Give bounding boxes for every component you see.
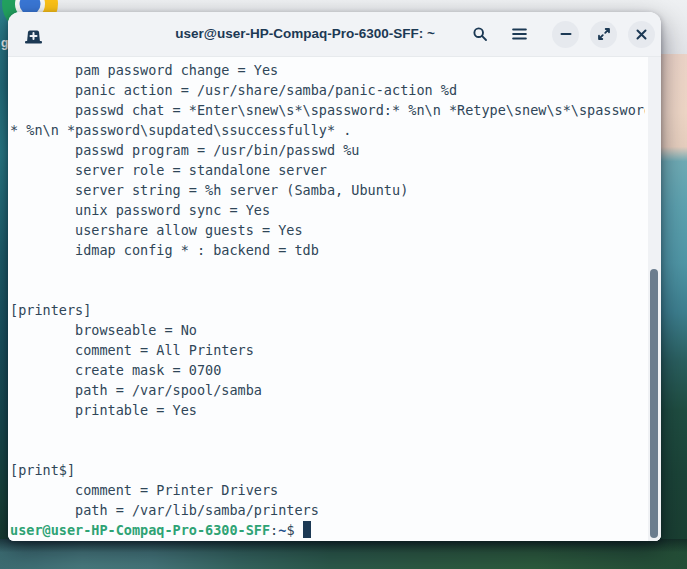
terminal-line: panic action = /usr/share/samba/panic-ac… [10, 80, 645, 100]
scrollbar-track[interactable] [648, 57, 661, 541]
prompt-symbol: $ [286, 522, 294, 538]
window-title: user@user-HP-Compaq-Pro-6300-SFF: ~ [128, 12, 482, 56]
shell-prompt-line: user@user-HP-Compaq-Pro-6300-SFF:~$ [10, 520, 645, 540]
terminal-line: printable = Yes [10, 400, 645, 420]
terminal-line: server string = %h server (Samba, Ubuntu… [10, 180, 645, 200]
header-controls [466, 12, 655, 56]
search-button[interactable] [466, 20, 494, 48]
terminal-line [10, 280, 645, 300]
wallpaper-bottom-strip [0, 539, 687, 569]
close-icon [636, 29, 647, 40]
terminal-line: idmap config * : backend = tdb [10, 240, 645, 260]
new-tab-button[interactable] [19, 22, 47, 50]
terminal-window: user@user-HP-Compaq-Pro-6300-SFF: ~ [8, 12, 661, 541]
terminal-line: path = /var/spool/samba [10, 380, 645, 400]
close-button[interactable] [628, 21, 655, 48]
terminal-line [10, 440, 645, 460]
terminal-line: comment = Printer Drivers [10, 480, 645, 500]
wallpaper-right-strip [659, 54, 687, 542]
terminal-line: * %n\n *password\supdated\ssuccessfully*… [10, 120, 645, 140]
terminal-line [10, 420, 645, 440]
new-tab-icon [24, 28, 43, 44]
terminal-line: unix password sync = Yes [10, 200, 645, 220]
terminal-line: [print$] [10, 460, 645, 480]
maximize-button[interactable] [590, 21, 617, 48]
terminal-line: path = /var/lib/samba/printers [10, 500, 645, 520]
scrollbar-thumb[interactable] [650, 269, 658, 538]
terminal-line: passwd chat = *Enter\snew\s*\spassword:*… [10, 100, 645, 120]
menu-button[interactable] [505, 20, 533, 48]
terminal-line [10, 260, 645, 280]
terminal-line: usershare allow guests = Yes [10, 220, 645, 240]
hamburger-menu-icon [512, 28, 527, 40]
search-icon [472, 26, 488, 42]
minimize-icon [560, 28, 572, 40]
prompt-user-host: user@user-HP-Compaq-Pro-6300-SFF [10, 522, 270, 538]
terminal-cursor [303, 521, 311, 538]
header-bar: user@user-HP-Compaq-Pro-6300-SFF: ~ [8, 12, 661, 57]
terminal-line: create mask = 0700 [10, 360, 645, 380]
terminal-line: passwd program = /usr/bin/passwd %u [10, 140, 645, 160]
terminal-line: server role = standalone server [10, 160, 645, 180]
terminal-line: [printers] [10, 300, 645, 320]
terminal-line: browseable = No [10, 320, 645, 340]
terminal-line: pam password change = Yes [10, 60, 645, 80]
terminal-line: comment = All Printers [10, 340, 645, 360]
minimize-button[interactable] [552, 21, 579, 48]
terminal-viewport[interactable]: pam password change = Yes panic action =… [8, 57, 661, 541]
prompt-separator: : [270, 522, 278, 538]
maximize-restore-icon [597, 27, 611, 41]
